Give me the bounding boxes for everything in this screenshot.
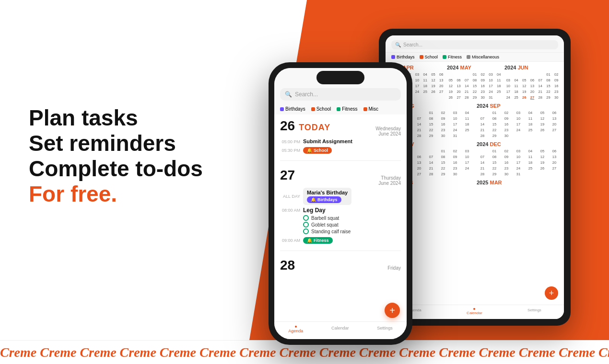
- cal-cell: 12: [537, 154, 548, 159]
- cal-cell: 19: [430, 83, 437, 89]
- cal-cell: 10: [413, 78, 421, 83]
- cal-cell: 19: [447, 89, 455, 94]
- cal-cell: 19: [537, 122, 548, 127]
- cal-cell: 17: [449, 122, 461, 127]
- cal-cell: 27: [437, 89, 445, 94]
- cat-school[interactable]: School: [311, 106, 331, 112]
- day-27-number: 27: [280, 168, 295, 183]
- cal-cell: 04: [422, 72, 429, 77]
- hero-line3: Complete to-dos: [29, 156, 203, 182]
- nav-agenda[interactable]: Agenda: [288, 326, 303, 333]
- cal-cell: 24: [504, 95, 512, 100]
- birthdays-tag[interactable]: 🔔 Birthdays: [307, 196, 341, 203]
- cal-cell: 01: [425, 110, 437, 115]
- school-tag[interactable]: 🔔 School: [303, 147, 332, 154]
- cal-cell: 06: [549, 110, 560, 115]
- aug-sep-row: 2024 AUG 01 02 03 04 05: [389, 103, 560, 138]
- cal-cell: 10: [461, 154, 473, 159]
- checklist-text-1: Barbell squat: [311, 216, 339, 221]
- tablet-cat-birthdays[interactable]: Birthdays: [391, 55, 415, 59]
- phone-fab-button[interactable]: +: [385, 303, 400, 318]
- cal-cell: 02: [437, 110, 449, 115]
- month-dec-block: 2024 DEC 01 02 03 04 05 06: [477, 141, 560, 177]
- cal-cell: 02: [479, 72, 487, 77]
- cal-cell: 28: [463, 95, 470, 100]
- cal-cell: 28: [413, 133, 425, 138]
- cal-cell: 22: [437, 166, 449, 171]
- cal-cell: 16: [479, 83, 487, 89]
- cal-cell: 23: [501, 127, 512, 133]
- checklist-text-3: Standing calf raise: [311, 229, 351, 234]
- event-time-500pm: 05:00 PM: [280, 138, 300, 144]
- tablet-cat-misc[interactable]: Miscellaneous: [467, 55, 499, 59]
- cal-cell: 22: [425, 127, 437, 133]
- divider-1: [280, 160, 401, 161]
- month-mar25-block: 2025 MAR: [477, 180, 560, 187]
- cal-cell: 21: [537, 89, 544, 94]
- cal-cell: 26: [537, 166, 548, 171]
- cal-cell: 11: [461, 116, 473, 121]
- tablet-cat-label-birthdays: Birthdays: [397, 55, 415, 59]
- cal-cell: 21: [477, 127, 488, 133]
- day-26-info: Wednesday June 2024: [375, 126, 401, 136]
- tablet-nav-label-settings: Settings: [527, 308, 541, 312]
- cal-cell: 15: [471, 83, 479, 89]
- cal-cell: 10: [487, 78, 495, 83]
- tablet-nav-settings[interactable]: Settings: [527, 308, 541, 315]
- leg-day-content: Leg Day Barbell squat Goblet squat: [303, 207, 401, 235]
- phone-search-bar[interactable]: 🔍 Search...: [280, 88, 401, 101]
- cal-cell: 15: [437, 160, 449, 165]
- cal-cell: 22: [489, 166, 500, 171]
- cal-cell: 13: [549, 116, 560, 121]
- cal-cell: 10: [513, 154, 524, 159]
- may-grid: 01 02 03 04 05 06 07 08 09 10 11: [447, 72, 503, 100]
- nav-label-settings: Settings: [377, 326, 393, 330]
- tablet-cat-label-fitness: Fitness: [448, 55, 462, 59]
- cal-cell: 02: [449, 148, 461, 154]
- cal-cell: 13: [437, 78, 445, 83]
- check-circle-2: [303, 222, 309, 228]
- tablet-categories: Birthdays School Fitness Miscellaneous: [386, 53, 564, 62]
- cal-cell: 23: [479, 89, 487, 94]
- cal-cell: 14: [413, 122, 425, 127]
- leg-day-title: Leg Day: [303, 207, 401, 214]
- cal-cell: 05: [537, 148, 548, 154]
- cal-cell: 17: [504, 89, 512, 94]
- cat-fitness[interactable]: Fitness: [337, 106, 357, 112]
- phone-screen: 🔍 Search... Birthdays School: [274, 68, 407, 339]
- cal-cell: [520, 72, 528, 77]
- fitness-tag[interactable]: 🔔 Fitness: [303, 237, 333, 244]
- tablet-search-bar[interactable]: 🔍 Search...: [391, 40, 558, 49]
- cal-cell: 15: [425, 122, 437, 127]
- cat-misc[interactable]: Misc: [363, 106, 379, 112]
- month-may-block: 2024 MAY 01 02 03 04 05: [447, 65, 503, 100]
- cal-cell: 02: [501, 110, 512, 115]
- cal-cell: 15: [489, 122, 500, 127]
- cal-cell: 03: [413, 72, 421, 77]
- cal-cell: 29: [425, 133, 437, 138]
- tablet-cat-school[interactable]: School: [420, 55, 438, 59]
- cal-cell: [477, 148, 488, 154]
- tablet-fab-button[interactable]: +: [545, 286, 558, 300]
- cal-cell: 11: [422, 78, 429, 83]
- cal-cell: 08: [471, 78, 479, 83]
- cal-cell: 12: [447, 83, 455, 89]
- cal-cell: 01: [489, 110, 500, 115]
- cat-birthdays[interactable]: Birthdays: [280, 106, 305, 112]
- cal-cell: 14: [477, 122, 488, 127]
- tablet-nav-calendar[interactable]: Calendar: [467, 308, 482, 315]
- cal-cell: 20: [528, 89, 536, 94]
- cal-cell: 17: [461, 160, 473, 165]
- tablet-cat-fitness[interactable]: Fitness: [443, 55, 462, 59]
- cal-cell: 10: [504, 83, 512, 89]
- school-tag-content: 🔔 School: [303, 147, 401, 154]
- fitness-tag-row: 09:00 AM 🔔 Fitness: [280, 237, 401, 244]
- cal-cell: 19: [520, 89, 528, 94]
- cal-cell: 14: [537, 83, 544, 89]
- jun-grid: 01 02 03 04 05 06 07 08 09 10 11: [504, 72, 560, 100]
- nav-settings[interactable]: Settings: [377, 326, 393, 333]
- nav-calendar[interactable]: Calendar: [331, 326, 349, 333]
- cal-cell: 18: [495, 83, 503, 89]
- cal-cell: 03: [449, 110, 461, 115]
- cal-cell: 28: [477, 133, 488, 138]
